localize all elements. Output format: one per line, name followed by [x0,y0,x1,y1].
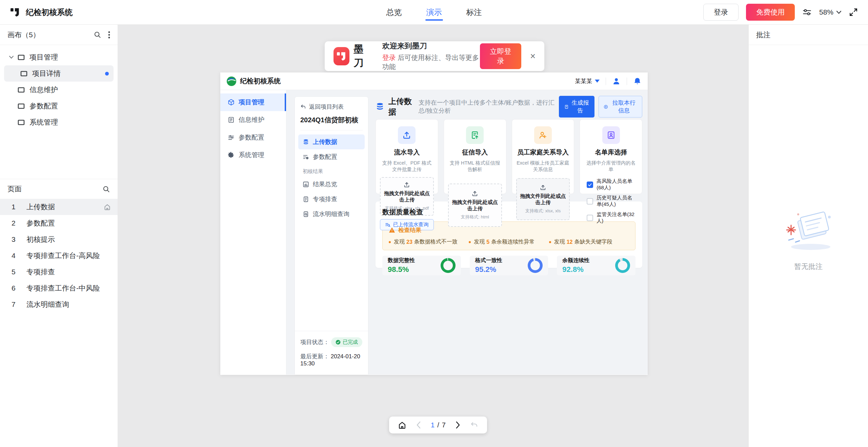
page-label: 专项排查 [26,267,55,277]
settings-sliders-icon[interactable] [802,7,812,17]
user-icon[interactable] [612,77,621,85]
login-now-button[interactable]: 立即登录 [480,43,521,69]
mockingbot-logo-icon [10,7,20,17]
checkbox-checked-icon[interactable] [587,182,593,188]
page-number: 6 [12,284,26,292]
page-item-3[interactable]: 3 初核提示 [0,231,118,248]
upload-cards: 流水导入 支持 Excel、PDF 格式文件批量上传 拖拽文件到此处或点击上传 … [376,119,642,194]
free-use-button[interactable]: 免费使用 [746,4,795,21]
kebab-menu-icon[interactable] [108,31,110,39]
section-label: 初核结果 [303,168,365,175]
person-import-icon [534,126,552,144]
empty-comments-text: 暂无批注 [749,262,868,271]
brand: 纪检初核系统 [10,7,73,18]
nav-item-param-config[interactable]: 参数配置 [220,129,286,146]
nav-item-system-mgmt[interactable]: 系统管理 [220,146,286,164]
zoom-control[interactable]: 58% [819,8,842,16]
option-history-suspect[interactable]: 历史可疑人员名单(45人) [587,195,635,208]
prev-page-icon[interactable] [416,421,421,429]
tab-overview[interactable]: 总览 [386,0,402,25]
sliders-gear-icon [303,154,309,160]
page-item-5[interactable]: 5 专项排查 [0,264,118,280]
menu-item-flow-detail[interactable]: 流水明细查询 [298,207,365,221]
checkbox-icon[interactable] [587,215,593,221]
nav-label: 信息维护 [239,115,264,124]
option-high-risk[interactable]: 高风险人员名单(68人) [587,178,635,191]
page-navigator: 1 / 7 [389,417,487,433]
user-menu[interactable]: 某某某 [575,77,600,85]
tree-item-info-maintain[interactable]: 信息维护 [4,82,114,98]
generate-report-button[interactable]: 生成报告 [559,96,594,118]
login-button[interactable]: 登录 [703,4,739,21]
menu-item-special-check[interactable]: 专项排查 [298,192,365,207]
replay-icon[interactable] [470,421,478,429]
gear-icon [228,152,235,158]
search-icon[interactable] [102,185,110,193]
option-regulator-watch[interactable]: 监管关注名单(32人) [587,211,635,224]
login-link[interactable]: 登录 [382,54,396,61]
page-item-7[interactable]: 7 流水明细查询 [0,296,118,313]
dropzone-family[interactable]: 拖拽文件到此处或点击上传 支持格式: xlsx, xls [516,178,570,220]
doc-upload-icon [466,126,484,144]
warning-icon [389,227,395,233]
pull-bank-info-button[interactable]: 拉取本行信息 [599,96,642,118]
pages-label: 页面 [7,184,22,194]
frame-icon [20,71,27,77]
prototype-frame: 纪检初核系统 某某某 [220,72,648,375]
menu-item-upload-data[interactable]: 上传数据 [298,134,365,149]
page-item-4[interactable]: 4 专项排查工作台-高风险 [0,248,118,264]
nav-item-project-mgmt[interactable]: 项目管理 [220,93,286,111]
dropzone-title: 拖拽文件到此处或点击上传 [519,193,567,206]
menu-label: 专项排查 [313,195,337,203]
page-label: 参数配置 [26,218,55,228]
app-header: 纪检初核系统 某某某 [220,72,648,90]
tab-present[interactable]: 演示 [426,0,442,25]
card-desc: 选择中介库管理内的名单 [584,160,638,173]
fullscreen-icon[interactable] [849,8,858,17]
tab-annotate[interactable]: 标注 [466,0,482,25]
menu-item-result-overview[interactable]: 结果总览 [298,177,365,192]
page-item-2[interactable]: 2 参数配置 [0,215,118,231]
app-nav: 项目管理 信息维护 参数配置 [220,90,286,375]
checkbox-icon[interactable] [587,198,593,205]
app-preview-title: 纪检初核系统 [240,77,281,86]
card-desc: 支持 Excel、PDF 格式文件批量上传 [380,160,434,173]
close-icon[interactable]: × [530,52,536,61]
card-desc: 支持 HTML 格式征信报告解析 [448,160,502,173]
donut-ring [615,258,630,273]
database-icon [303,139,309,145]
project-menu: 上传数据 参数配置 初核结果 [295,130,368,226]
nav-item-info-maintain[interactable]: 信息维护 [220,111,286,129]
banner-brand: 墨刀 [334,43,371,70]
document-icon [228,116,235,123]
tree-item-param-config[interactable]: 参数配置 [4,98,114,114]
tree-item-project-mgmt[interactable]: 项目管理 [4,49,114,65]
upload-icon [403,182,410,188]
upload-icon [398,126,416,144]
page-item-1[interactable]: 1 上传数据 [0,199,118,215]
bell-icon[interactable] [633,77,642,85]
dropzone-title: 拖拽文件到此处或点击上传 [451,199,499,212]
tree-item-system-mgmt[interactable]: 系统管理 [4,114,114,130]
presentation-canvas[interactable]: 墨刀 欢迎来到墨刀 登录 后可使用标注、导出等更多功能 立即登录 × 纪检初核系… [118,25,748,447]
home-icon[interactable] [398,421,406,429]
tree-item-label: 参数配置 [29,101,58,111]
comments-sidebar: 批注 暂无批注 [748,25,868,447]
status-label: 项目状态： [300,338,329,346]
back-to-projects[interactable]: 返回项目列表 [300,103,363,111]
page-label: 专项排查工作台-中风险 [26,283,100,293]
nav-label: 系统管理 [239,151,264,159]
name-list-options: 高风险人员名单(68人) 历史可疑人员名单(45人) 监管关注名单(32人) [584,178,638,224]
tree-item-project-detail[interactable]: 项目详情 [4,65,114,82]
app-main: 返回项目列表 2024Q1信贷部初核 上传数据 [286,90,648,375]
view-tabs: 总览 演示 标注 [386,0,482,25]
page-item-6[interactable]: 6 专项排查工作台-中风险 [0,280,118,296]
search-icon[interactable] [94,31,101,39]
chevron-down-icon[interactable] [9,56,18,59]
page-label: 上传数据 [26,202,55,212]
finding-format: 发现 23 条数据格式不一致 [389,238,469,246]
menu-item-param-config[interactable]: 参数配置 [298,149,365,164]
metric-consistency: 格式一致性 95.2% [470,256,548,275]
dropzone-credit[interactable]: 拖拽文件到此处或点击上传 支持格式: html [448,184,502,227]
next-page-icon[interactable] [455,421,461,429]
